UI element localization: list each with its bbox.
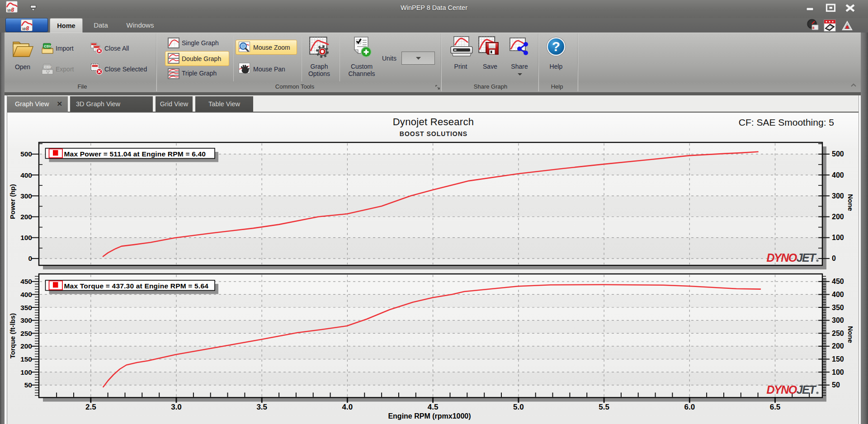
svg-text:350: 350 (20, 304, 32, 311)
svg-text:150: 150 (20, 355, 32, 363)
svg-text:CSV: CSV (44, 44, 52, 48)
svg-text:BOOST SOLUTIONS: BOOST SOLUTIONS (400, 130, 467, 137)
svg-text:350: 350 (832, 304, 844, 311)
svg-text:250: 250 (832, 330, 844, 337)
svg-text:DYNOJET: DYNOJET (766, 251, 817, 264)
svg-text:Max Power = 511.04 at Engine R: Max Power = 511.04 at Engine RPM = 6.40 (64, 150, 206, 158)
svg-text:8: 8 (812, 26, 815, 30)
svg-text:CF: SAE Smoothing: 5: CF: SAE Smoothing: 5 (739, 117, 834, 127)
svg-text:400: 400 (832, 291, 844, 298)
svg-text:Max Torque = 437.30 at Engine: Max Torque = 437.30 at Engine RPM = 5.64 (64, 282, 209, 290)
svg-text:CSV: CSV (44, 65, 52, 69)
svg-text:300: 300 (832, 192, 844, 200)
svg-text:300: 300 (832, 316, 844, 324)
svg-text:200: 200 (20, 213, 32, 221)
svg-text:6.0: 6.0 (684, 403, 695, 411)
svg-text:Torque (ft-lbs): Torque (ft-lbs) (9, 313, 16, 359)
svg-text:400: 400 (832, 171, 844, 179)
svg-text:Power (hp): Power (hp) (9, 184, 16, 219)
svg-text:6.5: 6.5 (770, 403, 781, 411)
svg-text:100: 100 (832, 368, 844, 376)
svg-text:500: 500 (20, 150, 32, 158)
svg-text:400: 400 (20, 171, 32, 179)
svg-text:450: 450 (20, 278, 32, 285)
svg-text:50: 50 (832, 381, 840, 389)
svg-text:5.0: 5.0 (513, 403, 524, 411)
svg-text:0: 0 (28, 254, 32, 262)
svg-text:250: 250 (20, 330, 32, 337)
svg-text:4.5: 4.5 (428, 403, 439, 411)
svg-text:0: 0 (832, 254, 836, 262)
svg-text:400: 400 (20, 291, 32, 298)
svg-text:450: 450 (832, 278, 844, 285)
svg-text:None: None (847, 194, 854, 211)
svg-text:Dynojet Research: Dynojet Research (393, 116, 474, 127)
svg-text:100: 100 (832, 234, 844, 241)
svg-text:50: 50 (24, 381, 32, 389)
svg-text:2.5: 2.5 (85, 403, 96, 411)
svg-text:3.5: 3.5 (256, 403, 267, 411)
svg-text:200: 200 (20, 342, 32, 350)
svg-text:500: 500 (832, 150, 844, 158)
svg-text:100: 100 (20, 234, 32, 241)
svg-text:5.5: 5.5 (599, 403, 609, 411)
svg-text:Engine RPM (rpmx1000): Engine RPM (rpmx1000) (388, 412, 471, 420)
svg-text:300: 300 (20, 316, 32, 324)
svg-text:?: ? (552, 39, 560, 54)
svg-text:200: 200 (832, 213, 844, 221)
svg-text:300: 300 (20, 192, 32, 200)
svg-text:None: None (847, 326, 854, 343)
svg-text:W8: W8 (22, 25, 29, 32)
svg-text:DYNOJET: DYNOJET (766, 383, 817, 396)
svg-text:4.0: 4.0 (342, 403, 353, 411)
svg-text:200: 200 (832, 342, 844, 350)
svg-text:3.0: 3.0 (171, 403, 182, 411)
svg-text:100: 100 (20, 368, 32, 376)
svg-text:150: 150 (832, 355, 844, 363)
